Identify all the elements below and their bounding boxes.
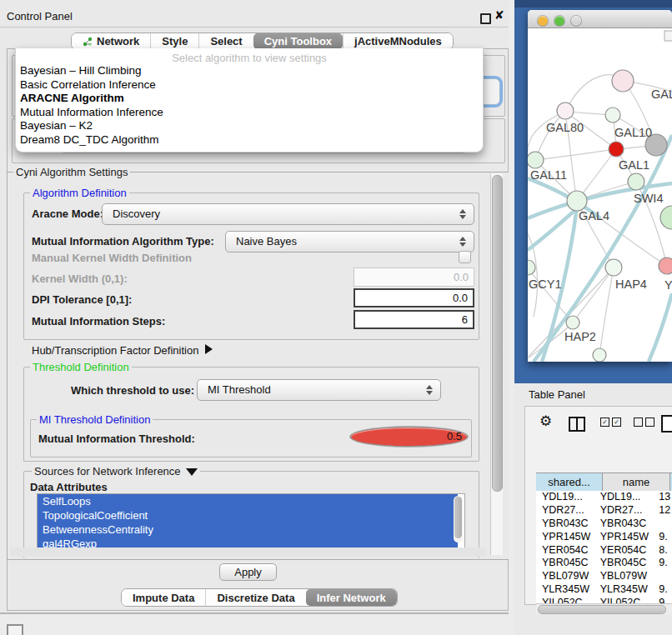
unchecked-checkbox-icon[interactable] bbox=[645, 418, 654, 427]
table-cell: YBL079W bbox=[594, 570, 654, 583]
sources-group-title[interactable]: Sources for Network Inference bbox=[32, 465, 200, 478]
table-row[interactable]: YIL052CYIL052C9. bbox=[536, 597, 672, 603]
checked-checkbox-icon[interactable]: ✓ bbox=[600, 418, 609, 427]
table-row[interactable]: YPR145WYPR145W9. bbox=[536, 531, 672, 544]
algorithm-option[interactable]: Dream8 DC_TDC Algorithm bbox=[16, 133, 483, 148]
gear-icon[interactable]: ⚙ bbox=[539, 414, 552, 428]
attribute-item[interactable]: BetweennessCentrality bbox=[38, 522, 458, 537]
pane-gap bbox=[509, 0, 514, 635]
zoom-traffic-light[interactable] bbox=[571, 16, 581, 26]
node-GAL4[interactable] bbox=[567, 191, 587, 211]
network-window-titlebar[interactable] bbox=[528, 10, 672, 28]
table-row[interactable]: YBR043CYBR043C bbox=[536, 518, 672, 531]
algorithm-dropdown-list: Bayesian – Hill ClimbingBasic Correlatio… bbox=[16, 64, 483, 147]
mi-threshold-label: Mutual Information Threshold: bbox=[38, 432, 195, 445]
node-pink-top[interactable] bbox=[612, 70, 634, 92]
attributes-scrollbar-thumb[interactable] bbox=[454, 497, 462, 538]
node-GAL1[interactable] bbox=[609, 142, 624, 157]
table-row[interactable]: YLR345WYLR345W9. bbox=[536, 583, 672, 597]
node-GAL11[interactable] bbox=[528, 152, 544, 168]
dpi-tolerance-field[interactable]: 0.0 bbox=[354, 288, 474, 308]
table-row[interactable]: YDR27...YDR27...12 bbox=[536, 504, 672, 518]
table-row[interactable]: YBL079WYBL079W bbox=[536, 570, 672, 583]
algorithm-option[interactable]: ARACNE Algorithm bbox=[16, 92, 483, 106]
tab-style[interactable]: Style bbox=[150, 33, 198, 49]
tab-discretize-data[interactable]: Discretize Data bbox=[205, 589, 305, 606]
network-edge-thick[interactable] bbox=[649, 293, 672, 362]
apply-button[interactable]: Apply bbox=[219, 563, 277, 581]
manual-kernel-checkbox[interactable] bbox=[459, 251, 471, 263]
close-icon[interactable]: ✘ bbox=[494, 8, 504, 22]
hub-definition-row[interactable]: Hub/Transcription Factor Definition bbox=[32, 344, 213, 357]
tab-select[interactable]: Select bbox=[198, 33, 253, 49]
node-HAP4[interactable] bbox=[605, 259, 622, 276]
table-horizontal-scrollbar[interactable] bbox=[536, 603, 672, 614]
kernel-width-field[interactable]: 0.0 bbox=[354, 268, 474, 287]
attribute-item[interactable]: gal4RGexp bbox=[38, 537, 458, 548]
settings-horizontal-scrollbar[interactable] bbox=[10, 548, 487, 557]
node-label-HAP2: HAP2 bbox=[564, 330, 596, 343]
document-icon[interactable] bbox=[661, 415, 672, 432]
node-GAL10[interactable] bbox=[605, 108, 620, 122]
mi-algorithm-type-combo[interactable]: Naive Bayes bbox=[225, 231, 474, 252]
table-horizontal-scrollbar-thumb[interactable] bbox=[538, 605, 666, 614]
node-label-GAL10: GAL10 bbox=[614, 126, 652, 139]
node-small-bottom[interactable] bbox=[593, 348, 606, 362]
unchecked-checkbox-icon[interactable] bbox=[634, 418, 643, 427]
algorithm-option[interactable]: Basic Correlation Inference bbox=[16, 78, 483, 92]
expand-arrow-icon[interactable] bbox=[205, 344, 213, 354]
tab-cyni-toolbox[interactable]: Cyni Toolbox bbox=[253, 33, 343, 49]
algorithm-option[interactable]: Mutual Information Inference bbox=[16, 106, 483, 120]
network-canvas[interactable]: GALGAL80GAL10GAL1GAL11SWI4GAL4GCY1HAP4YH… bbox=[528, 28, 672, 362]
table-row[interactable]: YER054CYER054C8. bbox=[536, 544, 672, 558]
attribute-item[interactable]: SelfLoops bbox=[38, 494, 458, 508]
tab-impute-data[interactable]: Impute Data bbox=[122, 589, 205, 606]
column-header-1[interactable]: shared... bbox=[536, 473, 603, 491]
control-panel: Control Panel ✘ NetworkStyleSelectCyni T… bbox=[0, 0, 509, 612]
table-row[interactable]: YBR045CYBR045C9. bbox=[536, 557, 672, 570]
algorithm-option[interactable]: Bayesian – Hill Climbing bbox=[16, 64, 483, 78]
minimize-traffic-light[interactable] bbox=[554, 16, 564, 26]
aracne-mode-combo[interactable]: Discovery bbox=[102, 203, 474, 225]
attribute-item[interactable]: TopologicalCoefficient bbox=[38, 508, 458, 522]
desktop-top-strip bbox=[514, 0, 672, 8]
network-graph[interactable]: GALGAL80GAL10GAL1GAL11SWI4GAL4GCY1HAP4YH… bbox=[528, 28, 672, 362]
spinner-arrows-icon bbox=[459, 237, 466, 247]
algorithm-definition-title: Algorithm Definition bbox=[30, 187, 129, 199]
mi-threshold-field[interactable]: 0.5 bbox=[350, 427, 468, 447]
close-traffic-light[interactable] bbox=[538, 16, 548, 26]
float-window-icon[interactable] bbox=[480, 13, 491, 24]
which-threshold-combo[interactable]: MI Threshold bbox=[197, 379, 441, 401]
table-cell: YDR27... bbox=[536, 504, 594, 518]
table-cell: YLR345W bbox=[536, 583, 594, 597]
node-GAL80[interactable] bbox=[557, 102, 574, 119]
column-header-2[interactable]: name bbox=[603, 473, 670, 491]
node-GCY1[interactable] bbox=[528, 260, 535, 275]
table-cell: 9. bbox=[653, 531, 672, 544]
tab-infer-network[interactable]: Infer Network bbox=[306, 589, 397, 606]
table-row[interactable]: YDL19...YDL19...13 bbox=[536, 491, 672, 504]
canvas-scroll-fragment[interactable] bbox=[664, 31, 672, 41]
control-panel-tabs: NetworkStyleSelectCyni ToolboxjActiveMNo… bbox=[71, 32, 454, 50]
node-salmon[interactable] bbox=[659, 258, 672, 274]
columns-icon[interactable] bbox=[569, 417, 585, 432]
attributes-scrollbar[interactable] bbox=[454, 496, 463, 542]
spinner-arrows-icon bbox=[459, 209, 466, 219]
tab-jactivemnodules[interactable]: jActiveMNodules bbox=[343, 33, 453, 49]
collapse-arrow-icon[interactable] bbox=[186, 468, 198, 476]
corner-widget[interactable] bbox=[7, 624, 23, 635]
tab-network[interactable]: Network bbox=[72, 33, 150, 49]
node-HAP2[interactable] bbox=[566, 316, 579, 329]
checked-checkbox-icon[interactable]: ✓ bbox=[612, 418, 621, 427]
sources-title-text: Sources for Network Inference bbox=[34, 465, 181, 478]
algorithm-option[interactable]: Bayesian – K2 bbox=[16, 119, 483, 133]
network-edge[interactable] bbox=[535, 149, 616, 160]
node-label-GCY1: GCY1 bbox=[529, 278, 562, 291]
settings-vertical-scrollbar-thumb[interactable] bbox=[492, 175, 503, 492]
tab-label: Style bbox=[162, 35, 188, 48]
node-SWI4[interactable] bbox=[628, 173, 644, 190]
node-label-GAL1: GAL1 bbox=[619, 158, 649, 172]
node-green-right[interactable] bbox=[660, 206, 672, 229]
data-attributes-list[interactable]: SelfLoopsTopologicalCoefficientBetweenne… bbox=[37, 493, 465, 548]
mi-steps-field[interactable]: 6 bbox=[354, 310, 474, 329]
